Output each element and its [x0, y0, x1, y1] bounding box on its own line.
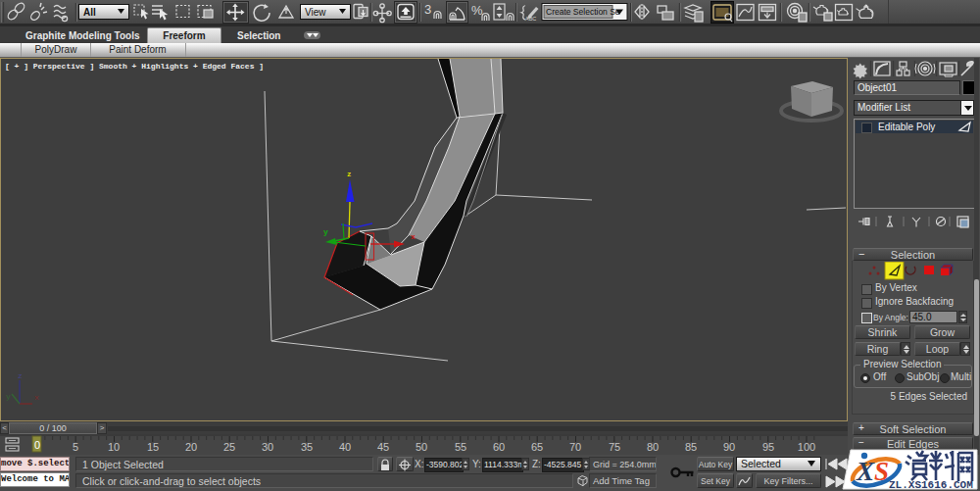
svg-text:95: 95	[762, 441, 774, 453]
svg-text:%: %	[471, 3, 483, 18]
svg-text:85: 85	[685, 441, 697, 453]
svg-text:45: 45	[377, 441, 389, 453]
svg-text:75: 75	[609, 441, 620, 453]
svg-text:ABC: ABC	[525, 16, 536, 22]
svg-text:100: 100	[798, 441, 815, 453]
svg-text:x: x	[34, 393, 39, 402]
svg-text:35: 35	[301, 441, 313, 453]
svg-text:25: 25	[223, 441, 235, 453]
svg-text:90: 90	[723, 441, 735, 453]
svg-text:30: 30	[262, 441, 273, 453]
svg-text:40: 40	[339, 441, 351, 453]
svg-text:[ + ] Perspective ] Smooth + H: [ + ] Perspective ] Smooth + Highlights …	[5, 62, 264, 71]
svg-text:65: 65	[531, 441, 543, 453]
svg-text:z: z	[18, 371, 23, 380]
svg-text:View: View	[305, 7, 326, 18]
svg-text:70: 70	[569, 441, 581, 453]
svg-text:10: 10	[108, 441, 120, 453]
svg-text:3: 3	[424, 2, 431, 17]
svg-text:z: z	[347, 171, 352, 178]
svg-text:55: 55	[455, 441, 466, 453]
svg-text:ZL.XS1616.COM: ZL.XS1616.COM	[889, 479, 973, 491]
svg-text:0: 0	[34, 439, 40, 451]
svg-text:S: S	[874, 457, 889, 486]
svg-text:All: All	[83, 7, 96, 18]
svg-text:x: x	[411, 232, 416, 241]
svg-text:5: 5	[73, 441, 78, 453]
svg-text:15: 15	[147, 441, 159, 453]
svg-text:Create Selection Se: Create Selection Se	[546, 7, 620, 17]
svg-text:20: 20	[185, 441, 197, 453]
svg-text:50: 50	[416, 441, 427, 453]
svg-text:y: y	[323, 227, 328, 236]
svg-text:X: X	[856, 457, 875, 486]
svg-text:y: y	[6, 392, 11, 401]
svg-text:80: 80	[647, 441, 659, 453]
svg-text:60: 60	[493, 441, 505, 453]
